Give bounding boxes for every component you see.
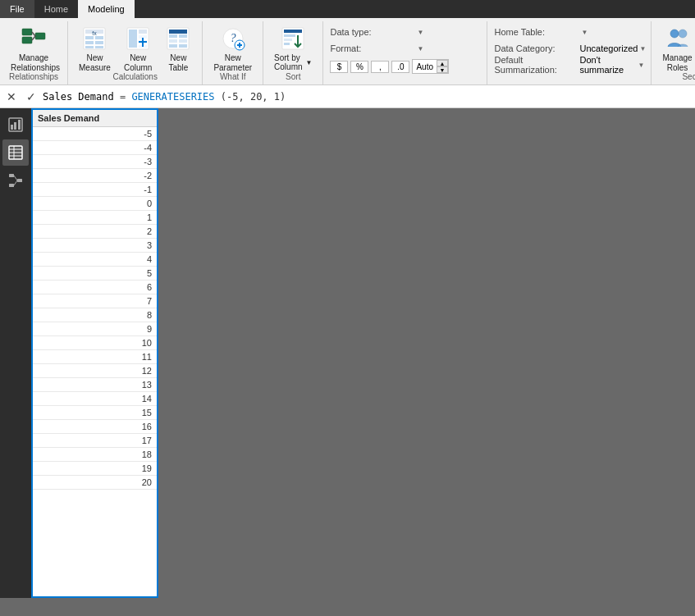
calculations-group-label: Calculations: [73, 71, 197, 84]
table-row: 12: [33, 364, 157, 378]
table-cell-value: 10: [33, 336, 157, 350]
svg-rect-10: [85, 41, 94, 44]
table-cell-value: 14: [33, 392, 157, 406]
home-table-dropdown[interactable]: ▼: [579, 29, 588, 36]
svg-rect-15: [129, 30, 137, 48]
table-cell-value: 19: [33, 462, 157, 476]
ribbon-group-what-if-items: ? NewParameter: [208, 21, 258, 71]
data-type-row: Data type: ▼: [330, 25, 480, 39]
main-content: Sales Demand -5-4-3-2-101234567891011121…: [0, 108, 695, 598]
data-type-dropdown[interactable]: ▼: [415, 29, 423, 36]
svg-rect-47: [11, 125, 13, 130]
data-type-arrow: ▼: [417, 29, 423, 36]
table-cell-value: 13: [33, 378, 157, 392]
svg-rect-56: [9, 184, 14, 187]
table-row: 0: [33, 197, 157, 211]
what-if-group-label: What If: [208, 71, 258, 84]
spin-up[interactable]: ▲: [437, 60, 448, 66]
format-spinner[interactable]: ▲ ▼: [437, 60, 448, 73]
manage-relationships-button[interactable]: Manage Relationships: [5, 21, 62, 69]
ribbon-group-sort: Sort byColumn ▼ Sort: [263, 21, 323, 84]
formula-text: Sales Demand = GENERATESERIES (-5, 20, 1…: [43, 91, 692, 103]
data-type-label: Data type:: [330, 27, 412, 37]
table-cell-value: 20: [33, 476, 157, 490]
new-column-icon: [125, 25, 151, 52]
table-cell-value: 12: [33, 364, 157, 378]
data-category-arrow: ▼: [639, 45, 646, 52]
svg-line-4: [32, 36, 35, 40]
ribbon-group-security-items: ManageRoles ViewRol...: [656, 21, 695, 71]
comma-button[interactable]: ,: [371, 61, 389, 73]
new-parameter-button[interactable]: ? NewParameter: [208, 21, 258, 69]
sidebar-data-icon[interactable]: [2, 139, 29, 166]
sort-dropdown-arrow: ▼: [306, 59, 313, 66]
svg-rect-28: [169, 44, 177, 48]
home-table-arrow: ▼: [581, 29, 588, 36]
percent-button[interactable]: %: [350, 61, 368, 73]
formula-confirm-button[interactable]: ✓: [23, 89, 39, 105]
formula-function-part: GENERATESERIES: [131, 91, 214, 103]
security-group-label: Security: [656, 71, 695, 84]
ribbon-group-relationships-items: Manage Relationships: [5, 21, 62, 71]
home-table-label: Home Table:: [494, 27, 576, 37]
decimal-button[interactable]: .0: [391, 61, 409, 73]
sidebar-report-icon[interactable]: [2, 112, 29, 138]
manage-relationships-icon: [21, 25, 47, 52]
new-table-button[interactable]: NewTable: [159, 21, 197, 69]
svg-rect-27: [179, 39, 187, 43]
table-row: 2: [33, 225, 157, 239]
svg-rect-13: [95, 46, 103, 48]
table-row: 11: [33, 350, 157, 364]
svg-rect-8: [85, 36, 94, 39]
default-summarization-row: Default Summarization: Don't summarize ▼: [494, 57, 644, 72]
format-dropdown[interactable]: ▼: [415, 45, 423, 52]
sort-group-label: Sort: [268, 71, 318, 84]
table-cell-value: 15: [33, 406, 157, 420]
data-category-label: Data Category:: [494, 43, 576, 53]
table-cell-value: -3: [33, 155, 157, 169]
table-cell-value: 6: [33, 281, 157, 294]
data-category-dropdown[interactable]: Uncategorized ▼: [579, 43, 646, 53]
svg-line-59: [14, 180, 17, 185]
svg-line-3: [32, 32, 35, 36]
relationships-group-label: Relationships: [5, 71, 62, 84]
table-cell-value: 0: [33, 197, 157, 211]
column-header-sales-demand: Sales Demand: [33, 110, 157, 127]
svg-rect-57: [17, 179, 22, 182]
tab-home[interactable]: Home: [34, 0, 78, 18]
table-cell-value: 3: [33, 239, 157, 253]
tab-file[interactable]: File: [0, 0, 34, 18]
svg-rect-39: [284, 43, 290, 45]
sidebar-model-icon[interactable]: [2, 167, 29, 194]
table-row: 14: [33, 392, 157, 406]
table-row: 3: [33, 239, 157, 253]
default-summarization-dropdown[interactable]: Don't summarize ▼: [579, 55, 644, 75]
svg-rect-37: [284, 34, 295, 37]
table-row: 1: [33, 211, 157, 225]
table-row: 5: [33, 267, 157, 281]
tab-modeling[interactable]: Modeling: [78, 0, 135, 18]
new-measure-button[interactable]: fx NewMeasure: [73, 21, 117, 69]
ribbon-group-relationships: Manage Relationships Relationships: [0, 21, 68, 84]
table-row: 7: [33, 294, 157, 308]
auto-value: Auto: [413, 62, 437, 72]
svg-rect-38: [284, 39, 292, 41]
formula-equals: =: [120, 91, 131, 103]
dollar-button[interactable]: $: [330, 61, 348, 73]
table-row: 10: [33, 336, 157, 350]
table-row: 4: [33, 253, 157, 267]
new-column-button[interactable]: NewColumn: [118, 21, 158, 69]
table-row: 8: [33, 308, 157, 322]
spin-down[interactable]: ▼: [437, 66, 448, 73]
table-row: 15: [33, 406, 157, 420]
sort-by-column-button[interactable]: Sort byColumn ▼: [268, 21, 318, 69]
ribbon-properties2-section: Home Table: ▼ Data Category: Uncategoriz…: [487, 21, 652, 84]
ribbon-group-sort-items: Sort byColumn ▼: [268, 21, 318, 71]
manage-roles-button[interactable]: ManageRoles: [656, 21, 695, 69]
table-cell-value: 16: [33, 420, 157, 434]
formula-cancel-button[interactable]: ✕: [3, 89, 20, 105]
svg-rect-24: [169, 34, 177, 38]
default-summarization-label: Default Summarization:: [494, 55, 576, 75]
svg-point-42: [679, 30, 687, 38]
format-row: Format: ▼: [330, 41, 480, 56]
